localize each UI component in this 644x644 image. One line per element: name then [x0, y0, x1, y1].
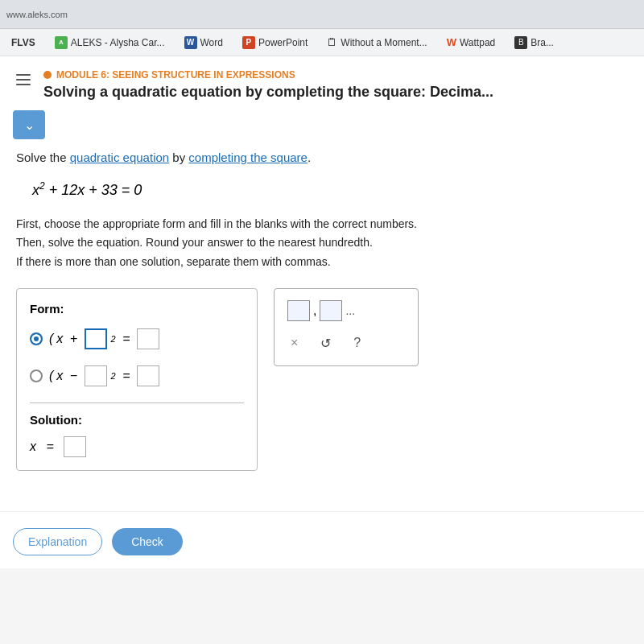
problem-instruction: Solve the quadratic equation by completi… [16, 149, 628, 167]
bookmark-word[interactable]: W Word [180, 35, 228, 51]
bra-icon: B [514, 36, 527, 49]
powerpoint-label: PowerPoint [258, 37, 308, 48]
var-x: x2 + 12x + 33 = 0 [32, 182, 142, 198]
input-box-2b[interactable] [137, 365, 159, 386]
wattpad-icon: W [447, 36, 456, 48]
keypad-clear-button[interactable]: × [287, 332, 301, 353]
equation-display: x2 + 12x + 33 = 0 [32, 180, 628, 199]
wattpad-label: Wattpad [460, 37, 495, 48]
bookmark-powerpoint[interactable]: P PowerPoint [237, 35, 312, 51]
form-box: Form: ( x + 2 = [16, 288, 258, 471]
solution-divider [30, 402, 244, 403]
solution-input-box[interactable] [64, 436, 86, 457]
bookmark-without[interactable]: 🗒 Without a Moment... [322, 35, 431, 50]
module-label: MODULE 6: SEEING STRUCTURE IN EXPRESSION… [43, 69, 631, 80]
bottom-buttons: Explanation Check [0, 511, 644, 568]
bookmark-bra[interactable]: B Bra... [510, 35, 559, 51]
form-option-2[interactable]: ( x − 2 = [30, 365, 244, 386]
without-icon: 🗒 [327, 36, 337, 48]
keypad-input-2[interactable] [320, 300, 342, 321]
url-display: www.aleks.com [6, 10, 68, 19]
keypad-undo-button[interactable]: ↺ [317, 332, 334, 354]
without-label: Without a Moment... [341, 37, 427, 48]
quadratic-equation-link[interactable]: quadratic equation [70, 151, 169, 164]
chevron-down-icon: ⌄ [24, 118, 35, 133]
explanation-button[interactable]: Explanation [13, 528, 102, 555]
bookmark-flvs[interactable]: FLVS [6, 35, 40, 50]
two-column-layout: Form: ( x + 2 = [16, 288, 628, 471]
module-dot [43, 71, 52, 79]
problem-area: Solve the quadratic equation by completi… [0, 149, 644, 487]
question-icon: ? [353, 336, 361, 349]
radio-option-2[interactable] [30, 369, 43, 382]
keypad-buttons: × ↺ ? [287, 332, 405, 354]
word-icon: W [184, 36, 197, 49]
x-icon: × [291, 336, 298, 349]
bra-label: Bra... [530, 37, 554, 48]
hamburger-menu[interactable] [13, 71, 34, 89]
math-expr-2: ( x − 2 = [49, 365, 159, 386]
aleks-label: ALEKS - Alysha Car... [71, 37, 165, 48]
keypad-box: , ... × ↺ ? [274, 288, 419, 366]
flvs-label: FLVS [11, 37, 35, 48]
instructions-text: First, choose the appropriate form and f… [16, 215, 628, 272]
solution-row: x = [30, 436, 244, 457]
bookmark-wattpad[interactable]: W Wattpad [442, 35, 501, 50]
solution-label: Solution: [30, 413, 244, 427]
keypad-input-1[interactable] [287, 300, 310, 321]
module-bar: MODULE 6: SEEING STRUCTURE IN EXPRESSION… [0, 56, 644, 101]
word-label: Word [200, 37, 223, 48]
keypad-display: , ... [287, 300, 405, 321]
main-content: MODULE 6: SEEING STRUCTURE IN EXPRESSION… [0, 56, 644, 568]
input-box-1a[interactable] [85, 328, 107, 349]
instruction-prefix: Solve the [16, 151, 70, 164]
completing-square-link[interactable]: completing the square [188, 151, 308, 164]
form-label: Form: [30, 302, 244, 316]
keypad-help-button[interactable]: ? [350, 332, 364, 353]
keypad-dots: ... [345, 304, 355, 317]
form-option-1[interactable]: ( x + 2 = [30, 328, 244, 349]
undo-icon: ↺ [320, 336, 331, 350]
bookmark-aleks[interactable]: A ALEKS - Alysha Car... [50, 35, 170, 51]
aleks-icon: A [55, 36, 68, 49]
math-expr-1: ( x + 2 = [49, 328, 159, 349]
bookmarks-bar: FLVS A ALEKS - Alysha Car... W Word P Po… [0, 29, 644, 56]
tab-bar: www.aleks.com [0, 0, 644, 29]
check-button[interactable]: Check [112, 528, 183, 555]
module-info: MODULE 6: SEEING STRUCTURE IN EXPRESSION… [43, 69, 631, 101]
radio-option-1[interactable] [30, 332, 43, 345]
input-box-2a[interactable] [85, 365, 107, 386]
input-box-1b[interactable] [137, 328, 159, 349]
powerpoint-icon: P [242, 36, 255, 49]
dropdown-button[interactable]: ⌄ [13, 110, 45, 139]
module-title: Solving a quadratic equation by completi… [43, 84, 631, 101]
